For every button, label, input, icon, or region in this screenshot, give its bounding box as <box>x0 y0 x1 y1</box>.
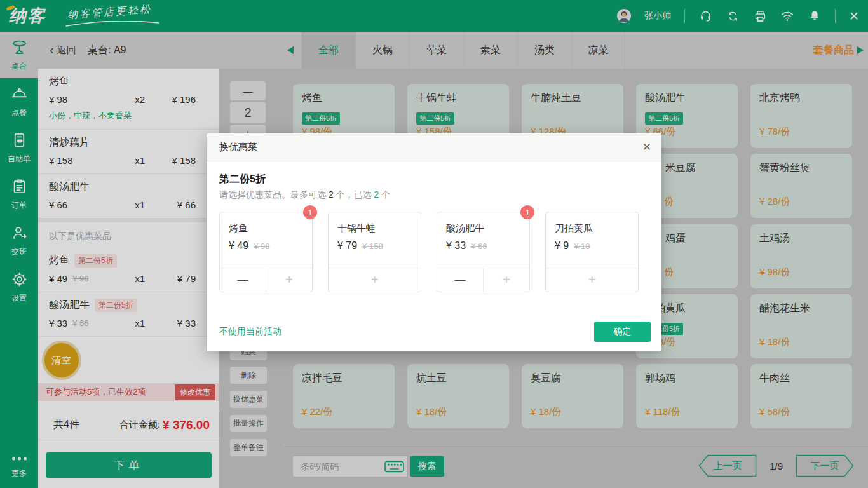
dish-original-price: ¥ 66 <box>471 241 487 251</box>
dish-discount-price: ¥ 79 <box>337 240 357 252</box>
dish-name: 酸汤肥牛 <box>446 222 484 234</box>
dish-price-row: ¥ 9¥ 18 <box>555 240 590 252</box>
dish-plus-button[interactable]: + <box>266 268 312 292</box>
selected-count-badge: 1 <box>303 205 317 219</box>
skip-activity-link[interactable]: 不使用当前活动 <box>219 326 281 337</box>
dish-name: 干锅牛蛙 <box>337 222 376 234</box>
dish-original-price: ¥ 158 <box>362 241 383 251</box>
dish-original-price: ¥ 98 <box>254 241 269 251</box>
dish-stepper: + <box>329 268 421 292</box>
selected-count-badge: 1 <box>520 205 534 219</box>
desc-mid: 个，已选 <box>334 189 374 200</box>
dish-discount-price: ¥ 49 <box>229 240 248 252</box>
discount-dish-cards: 1烤鱼¥ 49¥ 98—+干锅牛蛙¥ 79¥ 158+1酸汤肥牛¥ 33¥ 66… <box>219 212 639 292</box>
discount-dish-card[interactable]: 1酸汤肥牛¥ 33¥ 66—+ <box>437 212 530 292</box>
discount-dish-card[interactable]: 1烤鱼¥ 49¥ 98—+ <box>219 212 313 292</box>
dish-minus-button[interactable]: — <box>220 268 266 292</box>
dish-discount-price: ¥ 33 <box>446 240 466 252</box>
dish-stepper: —+ <box>220 268 312 292</box>
modal-description: 请选择优惠菜品。最多可选 2 个，已选 2 个 <box>219 189 390 201</box>
dish-name: 刀拍黄瓜 <box>555 222 593 234</box>
dish-minus-button[interactable]: — <box>437 268 483 292</box>
modal-close-icon[interactable]: ✕ <box>642 140 651 154</box>
discount-dish-card[interactable]: 刀拍黄瓜¥ 9¥ 18+ <box>545 212 639 292</box>
dish-original-price: ¥ 18 <box>574 241 590 251</box>
dish-plus-button[interactable]: + <box>483 268 529 292</box>
dish-price-row: ¥ 33¥ 66 <box>446 240 487 252</box>
dish-price-row: ¥ 79¥ 158 <box>337 240 383 252</box>
dish-price-row: ¥ 49¥ 98 <box>229 240 269 252</box>
dish-stepper: —+ <box>437 268 529 292</box>
desc-max-count: 2 <box>329 189 334 200</box>
confirm-button[interactable]: 确定 <box>594 322 651 342</box>
dish-plus-button[interactable]: + <box>546 268 638 292</box>
dish-plus-button[interactable]: + <box>329 268 421 292</box>
dish-name: 烤鱼 <box>229 222 248 234</box>
dish-stepper: + <box>546 268 638 292</box>
desc-suffix: 个 <box>379 189 390 200</box>
discount-dish-card[interactable]: 干锅牛蛙¥ 79¥ 158+ <box>328 212 421 292</box>
dish-discount-price: ¥ 9 <box>555 240 569 252</box>
modal-header: 换优惠菜 ✕ <box>207 133 661 161</box>
activity-name: 第二份5折 <box>219 173 266 186</box>
swap-discount-dish-modal: 换优惠菜 ✕ 第二份5折 请选择优惠菜品。最多可选 2 个，已选 2 个 1烤鱼… <box>207 133 661 351</box>
desc-prefix: 请选择优惠菜品。最多可选 <box>219 189 329 200</box>
modal-title: 换优惠菜 <box>219 141 257 153</box>
